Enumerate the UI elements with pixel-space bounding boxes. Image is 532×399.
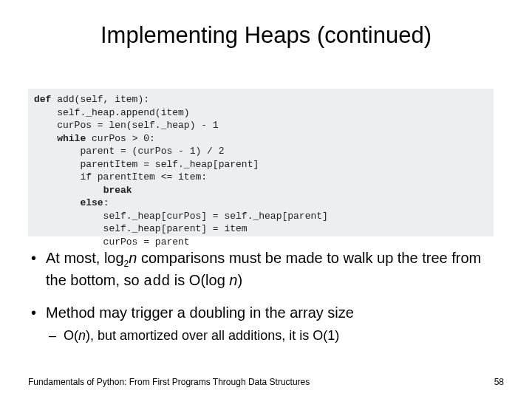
code-l6: parentItem = self._heap[parent] bbox=[34, 159, 259, 170]
b1-text3: is O(log bbox=[170, 272, 229, 288]
code-l11: self._heap[parent] = item bbox=[34, 223, 248, 234]
bullet-1: At most, log2n comparisons must be made … bbox=[28, 248, 501, 291]
b2s-t2: ), but amortized over all additions, it … bbox=[86, 328, 339, 343]
code-l7: if parentItem <= item: bbox=[34, 171, 207, 183]
sub-bullet-1: O(n), but amortized over all additions, … bbox=[46, 327, 501, 344]
b1-code: add bbox=[143, 273, 170, 290]
code-l8a bbox=[34, 185, 103, 196]
code-l9c: : bbox=[103, 197, 109, 208]
kw-while: while bbox=[57, 133, 86, 144]
code-l4c: curPos > 0: bbox=[86, 133, 155, 144]
page-number: 58 bbox=[494, 377, 504, 387]
code-l1b: add(self, item): bbox=[51, 94, 149, 105]
footer-text: Fundamentals of Python: From First Progr… bbox=[28, 377, 310, 387]
b2s-n: n bbox=[78, 328, 86, 343]
bullet-list: At most, log2n comparisons must be made … bbox=[28, 248, 501, 344]
kw-else: else bbox=[80, 197, 103, 208]
slide-title: Implementing Heaps (continued) bbox=[0, 22, 532, 49]
b1-n1: n bbox=[129, 250, 137, 266]
code-block: def add(self, item): self._heap.append(i… bbox=[28, 89, 494, 236]
kw-break: break bbox=[103, 185, 132, 196]
b1-text1: At most, log bbox=[46, 250, 124, 266]
code-l9a bbox=[34, 197, 80, 208]
code-l5: parent = (curPos - 1) / 2 bbox=[34, 146, 224, 157]
bullet-2: Method may trigger a doubling in the arr… bbox=[28, 303, 501, 344]
code-l12: curPos = parent bbox=[34, 236, 190, 248]
b2s-t1: O( bbox=[64, 328, 78, 343]
slide: Implementing Heaps (continued) def add(s… bbox=[0, 0, 532, 399]
code-l2: self._heap.append(item) bbox=[34, 107, 190, 118]
b1-n2: n bbox=[229, 272, 237, 288]
code-l10: self._heap[curPos] = self._heap[parent] bbox=[34, 211, 328, 222]
sub-bullet-list: O(n), but amortized over all additions, … bbox=[46, 327, 501, 344]
b2-text: Method may trigger a doubling in the arr… bbox=[46, 304, 354, 321]
code-l4a bbox=[34, 133, 57, 144]
code-l3: curPos = len(self._heap) - 1 bbox=[34, 120, 219, 131]
b1-text4: ) bbox=[237, 272, 242, 288]
kw-def: def bbox=[34, 94, 51, 105]
bullet-body: At most, log2n comparisons must be made … bbox=[28, 248, 501, 356]
